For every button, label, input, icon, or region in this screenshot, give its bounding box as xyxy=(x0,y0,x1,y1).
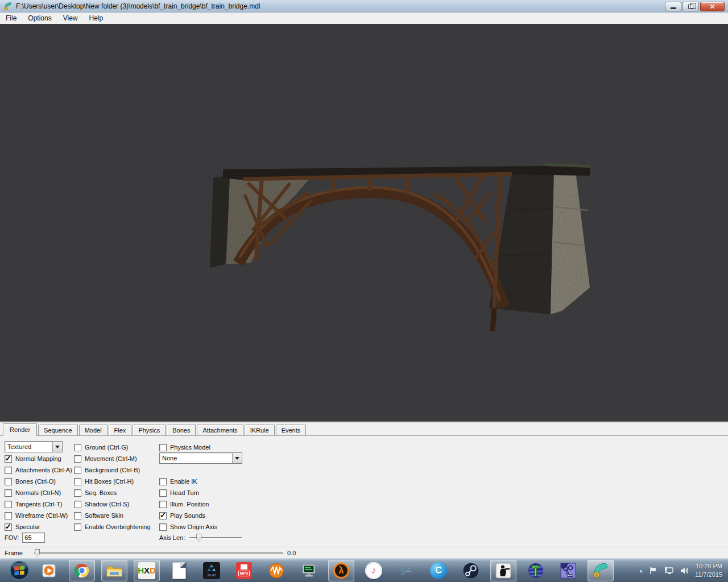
tab-physics[interactable]: Physics xyxy=(133,425,166,435)
checkbox-illum-position[interactable]: Illum. Position xyxy=(159,498,217,510)
itunes-icon[interactable]: ♪ xyxy=(361,560,387,581)
checkbox-label: Illum. Position xyxy=(170,501,209,508)
hxd-hex-editor-icon[interactable]: HXD xyxy=(134,560,160,581)
frame-slider[interactable] xyxy=(34,548,283,558)
checkbox-bones[interactable]: Bones (Ctrl-O) xyxy=(5,476,72,487)
checkbox-enable-ik[interactable]: Enable IK xyxy=(159,476,217,487)
checkbox-play-sounds[interactable]: Play Sounds xyxy=(159,510,217,521)
window-controls: ✕ xyxy=(665,2,725,11)
checkbox-box xyxy=(159,489,167,497)
checkbox-physics-model[interactable]: Physics Model xyxy=(159,442,210,453)
purple-face-app-icon[interactable] xyxy=(555,560,581,581)
frame-slider-thumb[interactable] xyxy=(35,549,40,557)
checkbox-box xyxy=(74,455,81,463)
close-button[interactable]: ✕ xyxy=(700,2,725,11)
tab-strip: Render Sequence Model Flex Physics Bones… xyxy=(0,423,728,436)
frame-slider-track[interactable] xyxy=(34,552,283,554)
mp3-file-icon[interactable]: MP3 xyxy=(231,560,257,581)
volume-icon[interactable] xyxy=(680,566,689,575)
axis-len-slider[interactable] xyxy=(189,533,242,542)
tab-attachments[interactable]: Attachments xyxy=(197,425,243,435)
checkbox-label: Ground (Ctrl-G) xyxy=(85,444,128,451)
checkbox-shadow[interactable]: Shadow (Ctrl-S) xyxy=(74,498,151,510)
checkbox-seq-boxes[interactable]: Seq. Boxes xyxy=(74,487,151,498)
minimize-icon xyxy=(671,7,676,9)
restore-button[interactable] xyxy=(682,2,699,11)
network-icon[interactable] xyxy=(664,566,674,575)
tab-flex[interactable]: Flex xyxy=(109,425,132,435)
tray-expand-icon[interactable]: ▲ xyxy=(639,568,643,573)
checkbox-box xyxy=(74,478,81,485)
checkbox-tangents[interactable]: Tangents (Ctrl-T) xyxy=(5,498,72,510)
menu-file[interactable]: File xyxy=(0,13,22,23)
checkbox-label: Hit Boxes (Ctrl-H) xyxy=(85,478,134,485)
checkbox-hit-boxes[interactable]: Hit Boxes (Ctrl-H) xyxy=(74,476,151,487)
checkbox-movement[interactable]: Movement (Ctrl-M) xyxy=(74,453,151,464)
render-options-col1: Normal Mapping Attachments (Ctrl-A) Bone… xyxy=(5,453,72,533)
axis-len-label: Axis Len: xyxy=(159,534,185,541)
hlmv-gecko-icon[interactable]: λ xyxy=(588,560,614,581)
render-mode-dropdown[interactable]: Textured xyxy=(5,441,63,452)
checkbox-box xyxy=(5,512,12,519)
action-center-flag-icon[interactable] xyxy=(649,566,658,575)
checkbox-normals[interactable]: Normals (Ctrl-N) xyxy=(5,487,72,498)
minimize-button[interactable] xyxy=(665,2,681,11)
tab-bones[interactable]: Bones xyxy=(167,425,196,435)
render-options-col2: Ground (Ctrl-G) Movement (Ctrl-M) Backgr… xyxy=(74,442,151,533)
chrome-icon[interactable] xyxy=(69,560,95,581)
checkbox-specular[interactable]: Specular xyxy=(5,521,72,533)
dark-media-app-icon[interactable]: 26:47 xyxy=(198,560,225,581)
checkbox-label: Attachments (Ctrl-A) xyxy=(15,467,72,473)
tab-events[interactable]: Events xyxy=(276,425,307,435)
checkbox-label: Seq. Boxes xyxy=(85,489,117,496)
physics-mode-dropdown-button[interactable] xyxy=(232,453,242,463)
menu-view[interactable]: View xyxy=(57,13,84,23)
advanced-systemcare-icon[interactable]: C xyxy=(425,560,452,581)
checkbox-box xyxy=(159,444,167,451)
checkbox-head-turn[interactable]: Head Turn xyxy=(159,487,217,498)
start-button[interactable] xyxy=(6,559,33,582)
physics-mode-dropdown[interactable]: None xyxy=(159,452,242,464)
tray-time: 10:28 PM xyxy=(695,562,722,571)
viewport-3d[interactable] xyxy=(0,24,728,421)
menu-options[interactable]: Options xyxy=(22,13,57,23)
checkbox-show-origin-axis[interactable]: Show Origin Axis xyxy=(159,521,217,533)
tab-model[interactable]: Model xyxy=(79,425,107,435)
checkbox-wireframe[interactable]: Wireframe (Ctrl-W) xyxy=(5,510,72,521)
tab-ikrule[interactable]: IKRule xyxy=(245,425,275,435)
checkbox-label: Bones (Ctrl-O) xyxy=(15,478,56,485)
checkbox-normal-mapping[interactable]: Normal Mapping xyxy=(5,453,72,464)
frame-label: Frame xyxy=(5,550,23,556)
taskbar: HXD 26:47 MP3 xyxy=(0,558,728,582)
checkbox-attachments[interactable]: Attachments (Ctrl-A) xyxy=(5,464,72,476)
audio-cutter-scissors-icon[interactable]: ✂ xyxy=(393,560,419,581)
fov-input[interactable] xyxy=(22,533,45,543)
checkbox-label: Enable IK xyxy=(170,478,197,485)
windows-media-player-icon[interactable] xyxy=(36,560,63,581)
half-life-lambda-icon[interactable]: λ xyxy=(328,560,354,581)
checkbox-label: Head Turn xyxy=(170,489,199,496)
checkbox-label: Software Skin xyxy=(85,512,123,519)
explorer-folder-icon[interactable] xyxy=(101,560,127,581)
checkbox-ground[interactable]: Ground (Ctrl-G) xyxy=(74,442,151,453)
titlebar[interactable]: F:\Users\user\Desktop\New folder (3)\mod… xyxy=(0,0,728,13)
checkbox-label: Normals (Ctrl-N) xyxy=(15,489,61,496)
valve-hammer-editor-icon[interactable] xyxy=(523,560,549,581)
render-mode-dropdown-button[interactable] xyxy=(52,442,62,452)
audio-wave-icon[interactable] xyxy=(263,560,289,581)
tab-render[interactable]: Render xyxy=(3,423,37,436)
tray-clock[interactable]: 10:28 PM 11/7/2015 xyxy=(695,562,722,579)
checkbox-software-skin[interactable]: Software Skin xyxy=(74,510,151,521)
checkbox-box xyxy=(159,478,167,485)
axis-len-slider-thumb[interactable] xyxy=(196,534,201,542)
checkbox-background[interactable]: Background (Ctrl-B) xyxy=(74,464,151,476)
tab-sequence[interactable]: Sequence xyxy=(38,425,78,435)
counter-strike-icon[interactable] xyxy=(490,560,516,581)
system-monitor-icon[interactable] xyxy=(296,560,322,581)
steam-icon[interactable] xyxy=(458,560,484,581)
blank-document-icon[interactable] xyxy=(166,560,192,581)
menu-help[interactable]: Help xyxy=(84,13,109,23)
physics-mode-value: None xyxy=(160,455,232,462)
checkbox-label: Movement (Ctrl-M) xyxy=(85,455,137,462)
checkbox-enable-overbrightening[interactable]: Enable Overbrightening xyxy=(74,521,151,533)
